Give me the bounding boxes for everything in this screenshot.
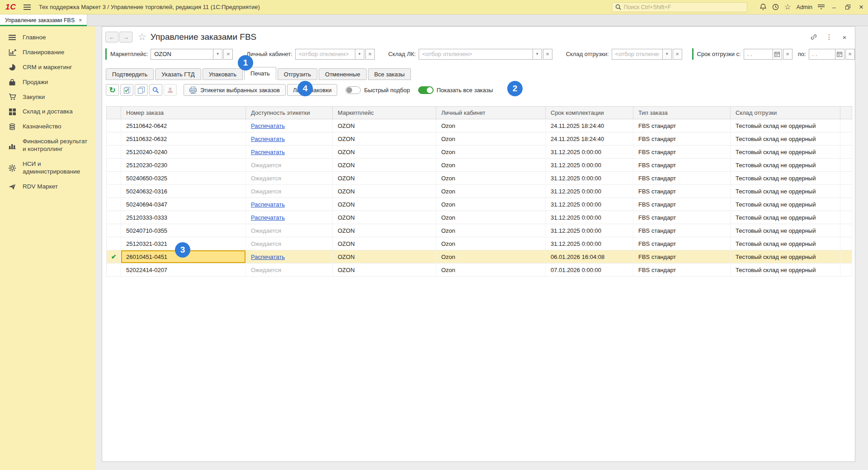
order-type-cell[interactable]: FBS стандарт bbox=[633, 146, 731, 159]
order-row-8[interactable]: 25120333-0333РаспечататьOZONOzon31.12.20… bbox=[107, 211, 852, 224]
marketplace-cell[interactable]: OZON bbox=[333, 224, 436, 237]
order-number-cell[interactable]: 50240710-0355 bbox=[121, 224, 246, 237]
print-label-link[interactable]: Распечатать bbox=[251, 149, 285, 155]
sidebar-item-7[interactable]: Казначейство bbox=[0, 119, 96, 134]
status-tab-2[interactable]: Указать ГТД bbox=[155, 68, 201, 80]
account-dropdown-icon[interactable]: ▼ bbox=[355, 49, 364, 60]
marketplace-cell[interactable]: OZON bbox=[333, 172, 436, 185]
warehouse-cell[interactable]: Тестовый склад не ордерный bbox=[731, 237, 840, 250]
deadline-cell[interactable]: 31.12.2025 0:00:00 bbox=[546, 224, 633, 237]
order-row-5[interactable]: 50240650-0325ОжидаетсяOZONOzon31.12.2025… bbox=[107, 172, 852, 185]
refresh-button[interactable]: ↻ bbox=[106, 84, 119, 96]
back-button[interactable]: ← bbox=[105, 32, 118, 42]
column-header-2[interactable]: Номер заказа bbox=[121, 107, 246, 119]
row-check-cell[interactable] bbox=[107, 132, 121, 146]
warehouse-lk-dropdown-icon[interactable]: ▼ bbox=[533, 49, 542, 60]
order-type-cell[interactable]: FBS стандарт bbox=[633, 237, 731, 250]
status-tab-1[interactable]: Подтвердить bbox=[106, 68, 154, 80]
column-header-6[interactable]: Срок комплектации bbox=[546, 107, 633, 119]
shipping-warehouse-dropdown-icon[interactable]: ▼ bbox=[662, 49, 672, 60]
account-cell[interactable]: Ozon bbox=[436, 211, 546, 224]
column-header-empty[interactable] bbox=[840, 107, 852, 119]
label-availability-cell[interactable]: Распечатать bbox=[246, 198, 333, 211]
warehouse-cell[interactable]: Тестовый склад не ордерный bbox=[731, 146, 840, 159]
order-type-cell[interactable]: FBS стандарт bbox=[633, 119, 731, 132]
sidebar-item-4[interactable]: Продажи bbox=[0, 75, 96, 90]
order-row-1[interactable]: 25110642-0642РаспечататьOZONOzon24.11.20… bbox=[107, 119, 852, 132]
search-list-button[interactable] bbox=[149, 84, 162, 96]
order-row-10[interactable]: 25120321-0321ОжидаетсяOZONOzon31.12.2025… bbox=[107, 237, 852, 250]
sidebar-item-10[interactable]: RDV Маркет bbox=[0, 179, 96, 194]
order-number-cell[interactable]: 25110642-0642 bbox=[121, 119, 246, 132]
label-availability-cell[interactable]: Распечатать bbox=[246, 146, 333, 159]
order-number-cell[interactable]: 50240650-0325 bbox=[121, 172, 246, 185]
deadline-cell[interactable]: 31.12.2025 0:00:00 bbox=[546, 172, 633, 185]
deadline-cell[interactable]: 31.12.2025 0:00:00 bbox=[546, 146, 633, 159]
row-check-cell[interactable] bbox=[107, 185, 121, 198]
minimize-button[interactable]: – bbox=[827, 1, 841, 13]
order-type-cell[interactable]: FBS стандарт bbox=[633, 211, 731, 224]
warehouse-cell[interactable]: Тестовый склад не ордерный bbox=[731, 132, 840, 146]
label-availability-cell[interactable]: Распечатать bbox=[246, 211, 333, 224]
marketplace-cell[interactable]: OZON bbox=[333, 119, 436, 132]
date-from-clear-icon[interactable]: × bbox=[783, 49, 793, 60]
restore-button[interactable] bbox=[841, 1, 854, 13]
row-check-cell[interactable] bbox=[107, 211, 121, 224]
marketplace-input[interactable] bbox=[151, 49, 213, 60]
warehouse-lk-clear-icon[interactable]: × bbox=[543, 49, 552, 60]
order-row-12[interactable]: 52022414-0207ОжидаетсяOZONOzon07.01.2026… bbox=[107, 263, 852, 277]
warehouse-cell[interactable]: Тестовый склад не ордерный bbox=[731, 159, 840, 172]
order-row-11[interactable]: ✔26010451-0451РаспечататьOZONOzon06.01.2… bbox=[107, 250, 852, 263]
row-check-cell[interactable] bbox=[107, 119, 121, 132]
column-header-empty[interactable] bbox=[107, 107, 121, 119]
warehouse-cell[interactable]: Тестовый склад не ордерный bbox=[731, 198, 840, 211]
sidebar-item-5[interactable]: Закупки bbox=[0, 90, 96, 105]
global-search[interactable] bbox=[612, 2, 747, 12]
marketplace-cell[interactable]: OZON bbox=[333, 198, 436, 211]
row-check-cell[interactable] bbox=[107, 172, 121, 185]
account-cell[interactable]: Ozon bbox=[436, 198, 546, 211]
label-availability-cell[interactable]: Распечатать bbox=[246, 250, 333, 263]
column-header-4[interactable]: Маркетплейс bbox=[333, 107, 436, 119]
deadline-cell[interactable]: 31.12.2025 0:00:00 bbox=[546, 185, 633, 198]
label-availability-cell[interactable]: Ожидается bbox=[246, 159, 333, 172]
search-input[interactable] bbox=[624, 4, 744, 10]
label-availability-cell[interactable]: Распечатать bbox=[246, 132, 333, 146]
print-label-link[interactable]: Распечатать bbox=[251, 122, 285, 129]
account-cell[interactable]: Ozon bbox=[436, 146, 546, 159]
order-number-cell[interactable]: 25120240-0240 bbox=[121, 146, 246, 159]
row-check-cell[interactable]: ✔ bbox=[107, 250, 121, 263]
print-label-link[interactable]: Распечатать bbox=[251, 136, 285, 142]
favorites-star-icon[interactable]: ☆ bbox=[782, 1, 794, 13]
row-check-cell[interactable] bbox=[107, 263, 121, 277]
quick-pick-toggle[interactable]: Быстрый подбор bbox=[345, 86, 410, 94]
sidebar-item-6[interactable]: Склад и доставка bbox=[0, 104, 96, 119]
order-number-cell[interactable]: 50240694-0347 bbox=[121, 198, 246, 211]
sidebar-item-8[interactable]: Финансовый результат и контроллинг bbox=[0, 134, 96, 157]
more-actions-icon[interactable]: ⋮ bbox=[823, 32, 835, 42]
warehouse-cell[interactable]: Тестовый склад не ордерный bbox=[731, 263, 840, 277]
warehouse-cell[interactable]: Тестовый склад не ордерный bbox=[731, 185, 840, 198]
sidebar-item-2[interactable]: Планирование bbox=[0, 45, 96, 60]
get-link-icon[interactable] bbox=[808, 32, 820, 42]
label-availability-cell[interactable]: Ожидается bbox=[246, 185, 333, 198]
marketplace-cell[interactable]: OZON bbox=[333, 250, 436, 263]
calendar-icon[interactable] bbox=[835, 49, 844, 60]
account-cell[interactable]: Ozon bbox=[436, 172, 546, 185]
marketplace-cell[interactable]: OZON bbox=[333, 185, 436, 198]
row-check-cell[interactable] bbox=[107, 237, 121, 250]
marketplace-cell[interactable]: OZON bbox=[333, 211, 436, 224]
label-availability-cell[interactable]: Ожидается bbox=[246, 224, 333, 237]
close-form-icon[interactable]: × bbox=[839, 32, 850, 42]
column-header-5[interactable]: Личный кабинет bbox=[436, 107, 546, 119]
shipping-warehouse-clear-icon[interactable]: × bbox=[673, 49, 682, 60]
main-menu-icon[interactable] bbox=[24, 5, 31, 10]
sidebar-item-9[interactable]: НСИ и администрирование bbox=[0, 157, 96, 179]
row-check-cell[interactable] bbox=[107, 198, 121, 211]
account-cell[interactable]: Ozon bbox=[436, 250, 546, 263]
close-window-button[interactable]: × bbox=[854, 1, 868, 13]
warehouse-cell[interactable]: Тестовый склад не ордерный bbox=[731, 119, 840, 132]
status-tab-5[interactable]: Отгрузить bbox=[278, 68, 317, 80]
column-header-7[interactable]: Тип заказа bbox=[633, 107, 731, 119]
sidebar-item-1[interactable]: Главное bbox=[0, 30, 96, 45]
